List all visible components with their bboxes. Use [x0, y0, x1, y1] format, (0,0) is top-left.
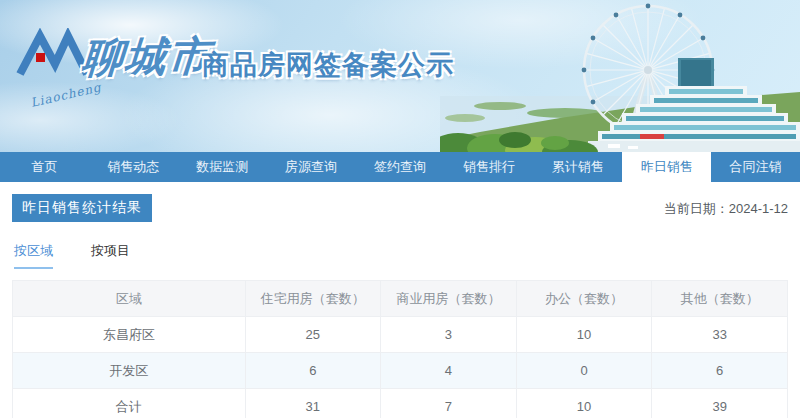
liaocheng-logo: Liaocheng	[16, 28, 91, 80]
section-title: 昨日销售统计结果	[12, 194, 152, 222]
city-name: 聊城市	[80, 29, 213, 86]
cell-residential: 25	[245, 317, 381, 353]
content-area: 昨日销售统计结果 当前日期：2024-1-12 按区域 按项目 区域 住宅用房（…	[0, 194, 800, 418]
liaocheng-logo-icon	[16, 28, 91, 80]
cell-other: 33	[652, 317, 788, 353]
nav-item-total-sales[interactable]: 累计销售	[533, 152, 622, 182]
current-date: 当前日期：2024-1-12	[664, 200, 788, 218]
col-header-region: 区域	[13, 281, 246, 317]
cell-residential: 31	[245, 389, 381, 418]
cell-region: 合计	[13, 389, 246, 418]
nav-item-sales-ranking[interactable]: 销售排行	[444, 152, 533, 182]
nav-item-contract-cancel[interactable]: 合同注销	[711, 152, 800, 182]
col-header-other: 其他（套数）	[652, 281, 788, 317]
cell-office: 10	[516, 389, 652, 418]
col-header-residential: 住宅用房（套数）	[245, 281, 381, 317]
section-head: 昨日销售统计结果 当前日期：2024-1-12	[12, 194, 788, 222]
tab-by-project[interactable]: 按项目	[91, 242, 130, 269]
nav-item-data-monitor[interactable]: 数据监测	[178, 152, 267, 182]
page: Liaocheng 聊城市 商品房网签备案公示 首页 销售动态 数据监测 房源查…	[0, 0, 800, 418]
current-date-value: 2024-1-12	[729, 201, 788, 216]
cell-other: 39	[652, 389, 788, 418]
col-header-commercial: 商业用房（套数）	[381, 281, 517, 317]
sales-stats-table: 区域 住宅用房（套数） 商业用房（套数） 办公（套数） 其他（套数） 东昌府区 …	[12, 280, 788, 418]
cell-commercial: 3	[381, 317, 517, 353]
view-tabs: 按区域 按项目	[12, 242, 788, 269]
nav-item-contract-search[interactable]: 签约查询	[356, 152, 445, 182]
table-header-row: 区域 住宅用房（套数） 商业用房（套数） 办公（套数） 其他（套数）	[13, 281, 788, 317]
cell-commercial: 4	[381, 353, 517, 389]
table-row-total: 合计 31 7 10 39	[13, 389, 788, 418]
table-row-kaifaqu: 开发区 6 4 0 6	[13, 353, 788, 389]
site-title: 商品房网签备案公示	[202, 47, 454, 83]
nav-item-yesterday-sales[interactable]: 昨日销售	[622, 152, 711, 182]
nav-item-sales-trend[interactable]: 销售动态	[89, 152, 178, 182]
cityscape-ferris-wheel-illustration	[440, 0, 800, 152]
nav-item-listing-search[interactable]: 房源查询	[267, 152, 356, 182]
tab-by-district[interactable]: 按区域	[14, 242, 53, 269]
cell-office: 10	[516, 317, 652, 353]
cell-office: 0	[516, 353, 652, 389]
cell-region: 开发区	[13, 353, 246, 389]
cell-region: 东昌府区	[13, 317, 246, 353]
main-nav: 首页 销售动态 数据监测 房源查询 签约查询 销售排行 累计销售 昨日销售 合同…	[0, 152, 800, 182]
current-date-label: 当前日期：	[664, 201, 729, 216]
cell-residential: 6	[245, 353, 381, 389]
table-row-dongchangfu: 东昌府区 25 3 10 33	[13, 317, 788, 353]
cell-commercial: 7	[381, 389, 517, 418]
hero-banner: Liaocheng 聊城市 商品房网签备案公示	[0, 0, 800, 152]
nav-item-home[interactable]: 首页	[0, 152, 89, 182]
col-header-office: 办公（套数）	[516, 281, 652, 317]
cell-other: 6	[652, 353, 788, 389]
